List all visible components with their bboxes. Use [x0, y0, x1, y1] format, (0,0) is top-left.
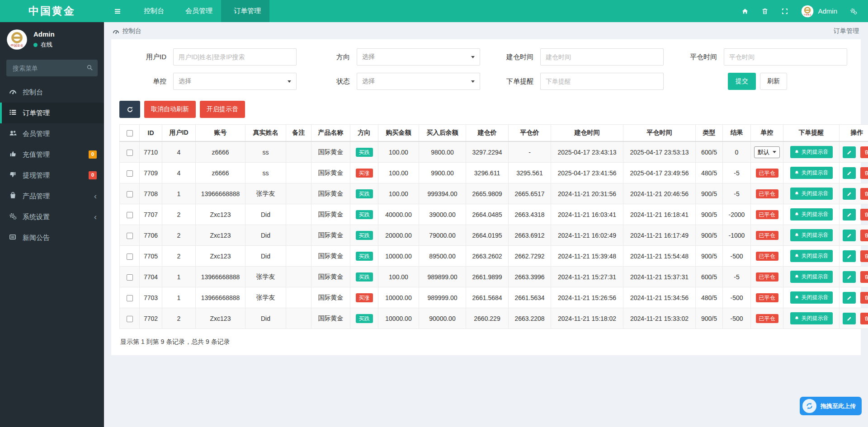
close-sound-button[interactable]: 关闭提示音	[790, 291, 833, 304]
upload-dropzone[interactable]: 拖拽至此上传	[800, 397, 862, 415]
row-checkbox[interactable]	[127, 191, 133, 197]
edit-button[interactable]	[843, 313, 856, 324]
row-checkbox[interactable]	[127, 170, 133, 177]
reload-table-button[interactable]	[119, 101, 140, 118]
close-sound-button[interactable]: 关闭提示音	[790, 250, 833, 262]
close-sound-button[interactable]: 关闭提示音	[790, 167, 833, 179]
close-time-input[interactable]	[724, 48, 847, 66]
cancel-auto-refresh-button[interactable]: 取消自动刷新	[144, 101, 196, 118]
delete-button[interactable]	[860, 209, 868, 221]
open-time-input[interactable]	[540, 48, 664, 66]
search-input[interactable]	[6, 60, 98, 76]
cell-real-name: ss	[245, 163, 286, 183]
fullscreen-icon[interactable]	[781, 8, 788, 15]
cell-balance-after: 989899.00	[419, 267, 466, 287]
cell-account: 13966668888	[196, 267, 245, 287]
edit-button[interactable]	[843, 209, 856, 221]
row-checkbox[interactable]	[127, 253, 133, 260]
user-menu[interactable]: 中国黄金 Admin	[801, 5, 837, 18]
row-control-select[interactable]: 默认	[754, 146, 780, 158]
nav-item-console[interactable]: 控制台	[131, 0, 173, 22]
submit-button[interactable]: 提交	[728, 73, 756, 90]
settings-icon[interactable]	[850, 8, 857, 15]
breadcrumb-left[interactable]: 控制台	[123, 27, 142, 35]
count-badge: 0	[89, 150, 97, 158]
edit-button[interactable]	[843, 188, 856, 200]
sidebar-item-orders[interactable]: 订单管理	[0, 103, 104, 123]
row-checkbox[interactable]	[127, 316, 133, 322]
row-checkbox[interactable]	[127, 212, 133, 218]
search-icon[interactable]	[86, 64, 93, 71]
row-checkbox[interactable]	[127, 274, 133, 281]
sidebar-item-settings[interactable]: 系统设置 ‹	[0, 206, 104, 227]
order-reminder-label: 下单提醒	[492, 77, 533, 86]
order-reminder-input[interactable]	[540, 73, 664, 90]
close-sound-button[interactable]: 关闭提示音	[790, 229, 833, 241]
close-sound-button[interactable]: 关闭提示音	[790, 312, 833, 324]
sidebar-item-withdraw[interactable]: 提现管理 0	[0, 165, 104, 186]
cell-account: 13966668888	[196, 287, 245, 308]
sidebar-item-members[interactable]: 会员管理	[0, 123, 104, 144]
nav-item-orders[interactable]: 订单管理	[221, 0, 269, 22]
delete-button[interactable]	[860, 250, 868, 262]
chevron-down-icon	[288, 80, 291, 83]
edit-button[interactable]	[843, 146, 856, 158]
control-select[interactable]: 选择	[173, 73, 297, 90]
menu-icon	[114, 8, 121, 15]
delete-button[interactable]	[860, 230, 868, 241]
status-select[interactable]: 选择	[357, 73, 480, 90]
cell-actions	[840, 287, 868, 308]
trash-icon	[864, 170, 868, 176]
table-row: 7710 4 z6666 ss 国际黄金 买跌 100.00 9800.00 3…	[120, 141, 868, 163]
bell-icon	[794, 233, 799, 238]
delete-button[interactable]	[860, 292, 868, 304]
col-15: 结果	[723, 125, 751, 142]
col-2: 用户ID	[162, 125, 196, 142]
row-checkbox[interactable]	[127, 150, 133, 156]
sidebar-item-news[interactable]: 新闻公告	[0, 227, 104, 248]
cell-direction: 买跌	[350, 141, 378, 163]
cell-remark	[286, 183, 311, 204]
cell-balance-after: 90000.00	[419, 308, 466, 329]
row-checkbox[interactable]	[127, 295, 133, 301]
cell-checkbox	[120, 225, 140, 246]
enable-sound-button[interactable]: 开启提示音	[200, 101, 245, 118]
close-sound-button[interactable]: 关闭提示音	[790, 188, 833, 200]
user-panel: 中国黄金 Admin 在线	[0, 22, 104, 56]
user-id-input[interactable]	[173, 48, 297, 66]
refresh-button[interactable]: 刷新	[760, 73, 787, 90]
cell-user-id: 1	[162, 267, 196, 287]
cell-direction: 买跌	[350, 204, 378, 225]
row-checkbox[interactable]	[127, 233, 133, 239]
brand-logo[interactable]: 中国黄金	[0, 0, 104, 22]
delete-button[interactable]	[860, 167, 868, 179]
edit-button[interactable]	[843, 271, 856, 283]
edit-button[interactable]	[843, 230, 856, 241]
sidebar-toggle[interactable]	[104, 0, 131, 22]
trash-icon[interactable]	[761, 8, 769, 15]
sidebar-item-products[interactable]: 产品管理 ‹	[0, 186, 104, 206]
closed-badge: 已平仓	[756, 189, 778, 198]
sidebar-item-recharge[interactable]: 充值管理 0	[0, 144, 104, 165]
close-sound-button[interactable]: 关闭提示音	[790, 271, 833, 283]
edit-button[interactable]	[843, 250, 856, 262]
close-sound-button[interactable]: 关闭提示音	[790, 146, 833, 158]
cell-reminder: 关闭提示音	[783, 141, 840, 163]
edit-button[interactable]	[843, 292, 856, 304]
delete-button[interactable]	[860, 188, 868, 200]
cell-user-id: 2	[162, 308, 196, 329]
col-4: 真实姓名	[245, 125, 286, 142]
select-all-checkbox[interactable]	[127, 130, 133, 136]
delete-button[interactable]	[860, 313, 868, 324]
edit-button[interactable]	[843, 167, 856, 179]
cell-type: 600/5	[696, 267, 723, 287]
delete-button[interactable]	[860, 271, 868, 283]
avatar[interactable]: 中国黄金	[6, 29, 28, 50]
delete-button[interactable]	[860, 146, 868, 158]
cell-id: 7705	[140, 246, 162, 267]
home-icon[interactable]	[741, 8, 749, 15]
nav-item-members[interactable]: 会员管理	[173, 0, 221, 22]
direction-select[interactable]: 选择	[357, 48, 480, 66]
close-sound-button[interactable]: 关闭提示音	[790, 208, 833, 221]
sidebar-item-console[interactable]: 控制台	[0, 82, 104, 103]
